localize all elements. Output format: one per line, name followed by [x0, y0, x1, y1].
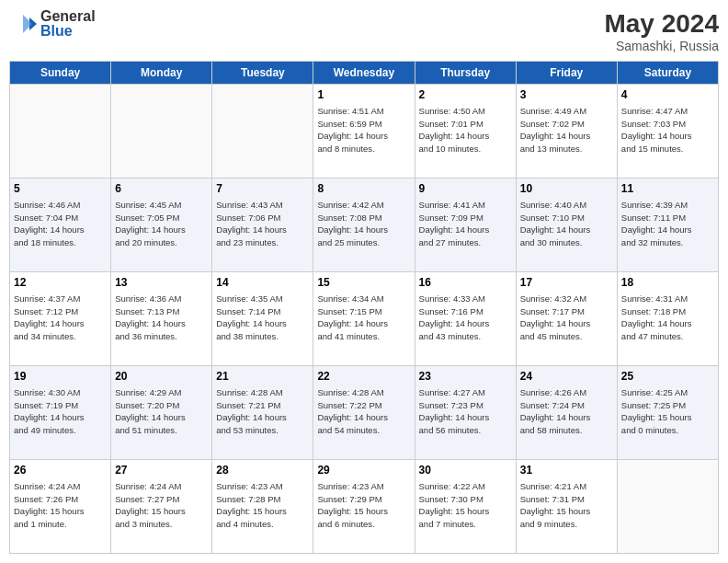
- day-info: Sunrise: 4:42 AM Sunset: 7:08 PM Dayligh…: [317, 199, 410, 249]
- day-number: 18: [621, 275, 714, 291]
- day-info: Sunrise: 4:31 AM Sunset: 7:18 PM Dayligh…: [621, 293, 714, 343]
- calendar-week-2: 12Sunrise: 4:37 AM Sunset: 7:12 PM Dayli…: [10, 272, 719, 366]
- title-block: May 2024 Samashki, Russia: [604, 9, 719, 53]
- day-info: Sunrise: 4:26 AM Sunset: 7:24 PM Dayligh…: [520, 386, 613, 437]
- calendar-cell: 14Sunrise: 4:35 AM Sunset: 7:14 PM Dayli…: [212, 272, 313, 366]
- header: General Blue May 2024 Samashki, Russia: [9, 9, 719, 53]
- calendar-cell: 25Sunrise: 4:25 AM Sunset: 7:25 PM Dayli…: [617, 366, 718, 460]
- day-number: 24: [520, 369, 613, 385]
- logo: General Blue: [9, 9, 96, 39]
- calendar-cell: 23Sunrise: 4:27 AM Sunset: 7:23 PM Dayli…: [415, 366, 516, 460]
- day-info: Sunrise: 4:34 AM Sunset: 7:15 PM Dayligh…: [317, 293, 410, 343]
- calendar-cell: 9Sunrise: 4:41 AM Sunset: 7:09 PM Daylig…: [415, 178, 516, 272]
- day-header-monday: Monday: [111, 62, 212, 85]
- day-number: 13: [115, 275, 208, 291]
- day-info: Sunrise: 4:45 AM Sunset: 7:05 PM Dayligh…: [115, 199, 208, 249]
- day-info: Sunrise: 4:27 AM Sunset: 7:23 PM Dayligh…: [419, 386, 512, 437]
- calendar-cell: 7Sunrise: 4:43 AM Sunset: 7:06 PM Daylig…: [212, 178, 313, 272]
- calendar-cell: 1Sunrise: 4:51 AM Sunset: 6:59 PM Daylig…: [313, 85, 415, 178]
- day-info: Sunrise: 4:25 AM Sunset: 7:25 PM Dayligh…: [621, 386, 714, 437]
- day-header-thursday: Thursday: [415, 62, 516, 85]
- calendar-cell: 28Sunrise: 4:23 AM Sunset: 7:28 PM Dayli…: [212, 460, 313, 554]
- calendar-week-4: 26Sunrise: 4:24 AM Sunset: 7:26 PM Dayli…: [10, 460, 719, 554]
- day-number: 17: [520, 275, 613, 291]
- day-number: 27: [115, 463, 208, 478]
- day-number: 29: [317, 463, 410, 478]
- day-header-saturday: Saturday: [617, 62, 718, 85]
- day-info: Sunrise: 4:28 AM Sunset: 7:22 PM Dayligh…: [317, 386, 410, 437]
- day-info: Sunrise: 4:37 AM Sunset: 7:12 PM Dayligh…: [14, 293, 107, 343]
- location: Samashki, Russia: [604, 39, 719, 53]
- calendar-cell: [10, 85, 111, 178]
- day-info: Sunrise: 4:41 AM Sunset: 7:09 PM Dayligh…: [419, 199, 512, 249]
- calendar-cell: 5Sunrise: 4:46 AM Sunset: 7:04 PM Daylig…: [10, 178, 111, 272]
- day-number: 28: [216, 463, 309, 478]
- month-title: May 2024: [604, 9, 719, 39]
- day-number: 11: [621, 181, 714, 197]
- logo-blue-text: Blue: [40, 24, 96, 39]
- day-number: 26: [14, 463, 107, 478]
- day-info: Sunrise: 4:49 AM Sunset: 7:02 PM Dayligh…: [520, 105, 613, 155]
- calendar-cell: 12Sunrise: 4:37 AM Sunset: 7:12 PM Dayli…: [10, 272, 111, 366]
- calendar-cell: 21Sunrise: 4:28 AM Sunset: 7:21 PM Dayli…: [212, 366, 313, 460]
- calendar-cell: 11Sunrise: 4:39 AM Sunset: 7:11 PM Dayli…: [617, 178, 718, 272]
- day-number: 1: [317, 87, 410, 103]
- day-info: Sunrise: 4:43 AM Sunset: 7:06 PM Dayligh…: [216, 199, 309, 249]
- day-header-wednesday: Wednesday: [313, 62, 415, 85]
- calendar-cell: 20Sunrise: 4:29 AM Sunset: 7:20 PM Dayli…: [111, 366, 212, 460]
- day-info: Sunrise: 4:21 AM Sunset: 7:31 PM Dayligh…: [520, 480, 613, 531]
- day-info: Sunrise: 4:30 AM Sunset: 7:19 PM Dayligh…: [14, 386, 107, 437]
- day-header-friday: Friday: [516, 62, 617, 85]
- logo-icon: [9, 10, 37, 38]
- calendar-cell: 8Sunrise: 4:42 AM Sunset: 7:08 PM Daylig…: [313, 178, 415, 272]
- day-number: 20: [115, 369, 208, 385]
- calendar-cell: 29Sunrise: 4:23 AM Sunset: 7:29 PM Dayli…: [313, 460, 415, 554]
- calendar-cell: 2Sunrise: 4:50 AM Sunset: 7:01 PM Daylig…: [415, 85, 516, 178]
- day-number: 19: [14, 369, 107, 385]
- calendar-cell: 3Sunrise: 4:49 AM Sunset: 7:02 PM Daylig…: [516, 85, 617, 178]
- calendar-cell: 10Sunrise: 4:40 AM Sunset: 7:10 PM Dayli…: [516, 178, 617, 272]
- calendar-cell: 16Sunrise: 4:33 AM Sunset: 7:16 PM Dayli…: [415, 272, 516, 366]
- calendar-cell: 26Sunrise: 4:24 AM Sunset: 7:26 PM Dayli…: [10, 460, 111, 554]
- day-header-sunday: Sunday: [10, 62, 111, 85]
- day-info: Sunrise: 4:24 AM Sunset: 7:27 PM Dayligh…: [115, 480, 208, 531]
- calendar-cell: 27Sunrise: 4:24 AM Sunset: 7:27 PM Dayli…: [111, 460, 212, 554]
- day-info: Sunrise: 4:29 AM Sunset: 7:20 PM Dayligh…: [115, 386, 208, 437]
- calendar-cell: 30Sunrise: 4:22 AM Sunset: 7:30 PM Dayli…: [415, 460, 516, 554]
- calendar-cell: 22Sunrise: 4:28 AM Sunset: 7:22 PM Dayli…: [313, 366, 415, 460]
- day-number: 3: [520, 87, 613, 103]
- day-info: Sunrise: 4:24 AM Sunset: 7:26 PM Dayligh…: [14, 480, 107, 531]
- day-info: Sunrise: 4:47 AM Sunset: 7:03 PM Dayligh…: [621, 105, 714, 155]
- calendar-cell: [111, 85, 212, 178]
- calendar-week-1: 5Sunrise: 4:46 AM Sunset: 7:04 PM Daylig…: [10, 178, 719, 272]
- calendar-cell: [212, 85, 313, 178]
- day-info: Sunrise: 4:35 AM Sunset: 7:14 PM Dayligh…: [216, 293, 309, 343]
- calendar-week-3: 19Sunrise: 4:30 AM Sunset: 7:19 PM Dayli…: [10, 366, 719, 460]
- day-info: Sunrise: 4:23 AM Sunset: 7:29 PM Dayligh…: [317, 480, 410, 531]
- calendar-cell: [617, 460, 718, 554]
- day-info: Sunrise: 4:46 AM Sunset: 7:04 PM Dayligh…: [14, 199, 107, 249]
- logo-general-text: General: [40, 9, 96, 24]
- calendar-week-0: 1Sunrise: 4:51 AM Sunset: 6:59 PM Daylig…: [10, 85, 719, 178]
- day-number: 7: [216, 181, 309, 197]
- day-number: 15: [317, 275, 410, 291]
- day-info: Sunrise: 4:50 AM Sunset: 7:01 PM Dayligh…: [419, 105, 512, 155]
- calendar-cell: 17Sunrise: 4:32 AM Sunset: 7:17 PM Dayli…: [516, 272, 617, 366]
- day-number: 31: [520, 463, 613, 478]
- calendar-cell: 19Sunrise: 4:30 AM Sunset: 7:19 PM Dayli…: [10, 366, 111, 460]
- calendar-cell: 6Sunrise: 4:45 AM Sunset: 7:05 PM Daylig…: [111, 178, 212, 272]
- calendar-table: SundayMondayTuesdayWednesdayThursdayFrid…: [9, 61, 719, 554]
- day-header-tuesday: Tuesday: [212, 62, 313, 85]
- day-number: 16: [419, 275, 512, 291]
- day-number: 4: [621, 87, 714, 103]
- day-info: Sunrise: 4:51 AM Sunset: 6:59 PM Dayligh…: [317, 105, 410, 155]
- calendar-header-row: SundayMondayTuesdayWednesdayThursdayFrid…: [10, 62, 719, 85]
- day-number: 12: [14, 275, 107, 291]
- day-number: 25: [621, 369, 714, 385]
- day-number: 23: [419, 369, 512, 385]
- calendar-cell: 15Sunrise: 4:34 AM Sunset: 7:15 PM Dayli…: [313, 272, 415, 366]
- calendar-cell: 4Sunrise: 4:47 AM Sunset: 7:03 PM Daylig…: [617, 85, 718, 178]
- day-number: 21: [216, 369, 309, 385]
- calendar-cell: 24Sunrise: 4:26 AM Sunset: 7:24 PM Dayli…: [516, 366, 617, 460]
- day-info: Sunrise: 4:23 AM Sunset: 7:28 PM Dayligh…: [216, 480, 309, 531]
